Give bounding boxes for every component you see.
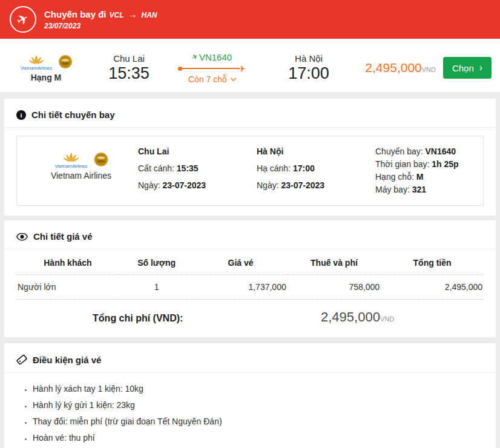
route-line-graphic: ✈: [178, 64, 246, 73]
details-departure-city: Chu Lai: [138, 147, 257, 156]
header-divider: [0, 39, 500, 44]
info-icon: i: [16, 110, 26, 120]
arrival-date-label: Ngày:: [257, 180, 279, 190]
col-total: Tổng tiền: [381, 250, 484, 275]
flight-details-box: VietnamAirlines Vietnam Airlines Chu Lai…: [16, 136, 484, 206]
route-header: ✈ Chuyến bay đi VCL → HAN 23/07/2023: [0, 0, 500, 39]
vietnam-airlines-logo-icon: VietnamAirlines: [14, 54, 78, 73]
arrival-date-value: 23-07-2023: [281, 180, 324, 190]
details-arrival-city: Hà Nội: [257, 147, 375, 156]
arrival-time: 17:00: [258, 64, 360, 83]
flight-details-card: i Chi tiết chuyến bay VietnamAirlines: [4, 99, 496, 216]
flight-details-title: Chi tiết chuyến bay: [31, 110, 115, 120]
airline-brand-text: VietnamAirlines: [55, 163, 88, 169]
airline-badge-icon: [59, 55, 72, 68]
col-passenger: Hành khách: [16, 250, 119, 275]
fare-conditions-title-row: Điều kiện giá vé: [4, 352, 496, 373]
grand-total-label: Tổng chi phí (VND):: [16, 313, 259, 324]
plane-icon: ✈: [15, 10, 31, 28]
origin-code: VCL: [110, 11, 124, 19]
grand-total-row: Tổng chi phí (VND): 2,495,000VND: [16, 300, 484, 328]
passenger-quantity: 1: [119, 275, 194, 300]
price-table-header-row: Hành khách Số lượng Giá vé Thuế và phí T…: [16, 250, 484, 275]
details-departure-date: Ngày: 23-07-2023: [138, 180, 257, 190]
plane-circle-icon: ✈: [10, 6, 36, 33]
eye-icon: [16, 232, 28, 241]
fare-conditions-card: Điều kiện giá vé Hành lý xách tay 1 kiện…: [4, 343, 496, 448]
meta-duration: Thời gian bay: 1h 25p: [375, 159, 476, 169]
details-meta-col: Chuyến bay: VN1640 Thời gian bay: 1h 25p…: [375, 145, 476, 197]
airline-logo-block: VietnamAirlines Hạng M: [0, 54, 92, 82]
price-details-title: Chi tiết giá vé: [33, 231, 93, 242]
ticket-icon: [16, 354, 27, 365]
table-row: Người lớn 1 1,737,000 758,000 2,495,000: [16, 275, 484, 300]
departure-date: 23/07/2023: [44, 22, 157, 30]
departure-block: Chu Lai 15:35: [92, 53, 166, 83]
list-item: Hành lý xách tay 1 kiện: 10kg: [33, 381, 484, 397]
price-table: Hành khách Số lượng Giá vé Thuế và phí T…: [16, 250, 484, 300]
departure-time-value: 15:35: [177, 163, 199, 173]
airline-badge-icon: [94, 153, 108, 166]
chevron-down-icon: [230, 75, 236, 81]
airline-name: Vietnam Airlines: [51, 171, 111, 180]
row-total-amount: 2,495,000: [381, 275, 484, 300]
arrival-city: Hà Nội: [258, 53, 360, 64]
grand-total-value: 2,495,000VND: [259, 309, 455, 325]
button-arrow-icon: ›: [479, 63, 482, 73]
route-header-text: Chuyến bay đi VCL → HAN 23/07/2023: [44, 9, 157, 30]
arrival-block: Hà Nội 17:00: [258, 53, 360, 83]
col-taxes: Thuế và phí: [288, 250, 381, 275]
fare-class-label: Hạng M: [31, 73, 62, 82]
seats-left-toggle[interactable]: Còn 7 chỗ: [188, 74, 235, 84]
list-item: Hành lý ký gửi 1 kiện: 23kg: [33, 397, 484, 413]
meta-flight-number: Chuyến bay: VN1640: [375, 147, 476, 156]
select-button-label: Chọn: [452, 63, 474, 73]
details-arrival-date: Ngày: 23-07-2023: [257, 180, 375, 190]
departure-date-label: Ngày:: [138, 180, 160, 190]
route-line: [182, 68, 239, 69]
details-arrival-time: Hạ cánh: 17:00: [257, 163, 375, 173]
fare-amount: 1,737,000: [194, 275, 287, 300]
section-gap: [0, 337, 500, 343]
details-airline-block: VietnamAirlines Vietnam Airlines: [24, 145, 138, 180]
col-quantity: Số lượng: [119, 250, 194, 275]
flight-details-page: ✈ Chuyến bay đi VCL → HAN 23/07/2023: [0, 0, 500, 448]
details-departure-col: Chu Lai Cất cánh: 15:35 Ngày: 23-07-2023: [138, 145, 257, 190]
page-title: Chuyến bay đi: [44, 9, 107, 19]
grand-total-amount: 2,495,000: [321, 309, 380, 324]
departure-time: 15:35: [92, 64, 166, 83]
arrival-time-label: Hạ cánh:: [257, 163, 291, 173]
departure-date-value: 23-07-2023: [162, 180, 206, 190]
flight-number: ✈ VN1640: [192, 52, 232, 62]
section-gap: [0, 216, 500, 220]
meta-aircraft: Máy bay: 321: [375, 185, 476, 194]
meta-fare-class: Hạng chỗ: M: [375, 172, 476, 182]
tax-amount: 758,000: [288, 275, 381, 300]
section-gap: [0, 92, 500, 99]
departure-city: Chu Lai: [92, 53, 166, 64]
flight-number-text: VN1640: [199, 52, 232, 62]
route-plane-icon: ✈: [238, 64, 246, 73]
arrow-right-icon: →: [128, 9, 137, 19]
passenger-type: Người lớn: [16, 275, 119, 300]
details-arrival-col: Hà Nội Hạ cánh: 17:00 Ngày: 23-07-2023: [257, 145, 375, 190]
price-details-title-row: Chi tiết giá vé: [4, 229, 496, 249]
route-origin-dot: [178, 67, 182, 71]
price-block: 2,495,000 VND: [360, 61, 443, 75]
price-details-card: Chi tiết giá vé Hành khách Số lượng Giá …: [4, 220, 496, 337]
grand-total-currency: VND: [380, 315, 394, 323]
airline-brand-text: VietnamAirlines: [21, 65, 52, 71]
fare-conditions-title: Điều kiện giá vé: [33, 355, 101, 365]
small-plane-icon: ✈: [190, 51, 199, 62]
fare-conditions-list: Hành lý xách tay 1 kiện: 10kg Hành lý ký…: [16, 381, 484, 448]
price-amount: 2,495,000: [365, 61, 421, 75]
arrival-time-value: 17:00: [293, 163, 315, 173]
list-item: Thay đổi: miễn phí (trừ giai đoạn Tết Ng…: [33, 413, 484, 430]
departure-time-label: Cất cánh:: [138, 163, 174, 173]
list-item: Hoàn vé: thu phí: [33, 430, 484, 446]
col-fare: Giá vé: [194, 250, 287, 275]
vietnam-airlines-logo-icon: VietnamAirlines: [48, 151, 114, 171]
price-currency: VND: [422, 66, 436, 73]
select-flight-button[interactable]: Chọn ›: [443, 57, 492, 79]
destination-code: HAN: [142, 11, 157, 19]
